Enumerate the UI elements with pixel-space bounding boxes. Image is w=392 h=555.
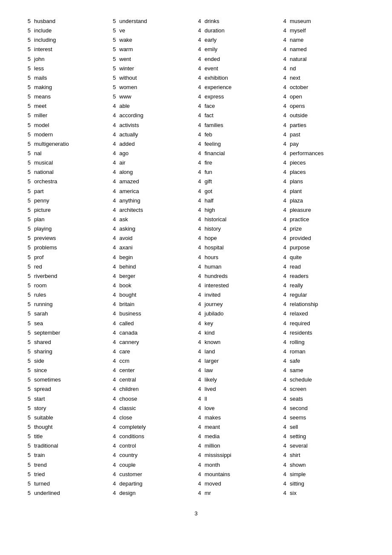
word-label: since: [34, 366, 47, 375]
word-count: 5: [26, 121, 31, 130]
word-count: 4: [111, 291, 116, 299]
list-item: 4conditions: [111, 432, 196, 441]
word-count: 4: [111, 206, 116, 214]
word-label: name: [290, 36, 304, 44]
word-count: 4: [111, 480, 116, 488]
word-label: opens: [290, 102, 305, 110]
list-item: 5shared: [26, 338, 111, 347]
word-label: history: [205, 225, 221, 233]
word-count: 4: [281, 451, 286, 460]
word-label: pleasure: [290, 206, 311, 214]
list-item: 4provided: [281, 234, 366, 243]
word-count: 4: [111, 347, 116, 356]
list-item: 4ll: [196, 395, 281, 403]
word-count: 4: [281, 338, 286, 347]
word-count: 4: [111, 442, 116, 450]
word-count: 4: [111, 404, 116, 413]
list-item: 5ve: [111, 26, 196, 35]
list-item: 5spread: [26, 385, 111, 393]
word-label: myself: [290, 26, 306, 35]
word-list-grid: 5husband5include5including5interest5john…: [26, 17, 366, 497]
list-item: 5september: [26, 329, 111, 337]
word-label: book: [119, 281, 131, 290]
word-count: 5: [111, 45, 116, 54]
word-label: relaxed: [290, 309, 308, 318]
word-count: 4: [281, 263, 286, 271]
word-count: 4: [196, 26, 201, 35]
word-count: 4: [196, 168, 201, 176]
page-wrapper: 5husband5include5including5interest5john…: [26, 17, 366, 517]
word-count: 4: [196, 404, 201, 413]
word-label: country: [119, 451, 138, 460]
word-label: amazed: [119, 177, 139, 186]
word-label: asking: [119, 225, 135, 233]
list-item: 5plan: [26, 215, 111, 224]
word-label: center: [119, 366, 135, 375]
list-item: 5underlined: [26, 489, 111, 497]
list-item: 4face: [196, 102, 281, 110]
word-count: 4: [281, 55, 286, 64]
word-count: 4: [281, 168, 286, 176]
word-count: 4: [196, 329, 201, 337]
word-label: departing: [119, 480, 142, 488]
word-label: required: [290, 319, 310, 328]
word-label: jubilado: [205, 309, 224, 318]
word-label: multigeneratio: [34, 140, 69, 148]
list-item: 4readers: [281, 272, 366, 280]
word-label: axani: [119, 243, 133, 252]
word-count: 4: [196, 366, 201, 375]
list-item: 4jubilado: [196, 309, 281, 318]
word-count: 4: [281, 36, 286, 44]
list-item: 4plans: [281, 177, 366, 186]
word-count: 4: [111, 243, 116, 252]
word-label: nal: [34, 149, 41, 158]
word-count: 5: [26, 423, 31, 431]
word-count: 5: [26, 74, 31, 82]
list-item: 4setting: [281, 432, 366, 441]
word-count: 4: [111, 281, 116, 290]
word-count: 5: [26, 300, 31, 309]
list-item: 5husband: [26, 17, 111, 26]
word-label: outside: [290, 111, 308, 120]
word-label: running: [34, 300, 52, 309]
word-count: 4: [196, 253, 201, 262]
list-item: 4plaza: [281, 197, 366, 205]
list-item: 4known: [196, 338, 281, 347]
word-count: 4: [281, 395, 286, 403]
list-item: 5women: [111, 83, 196, 92]
word-count: 4: [196, 130, 201, 139]
word-count: 5: [26, 45, 31, 54]
word-label: mountains: [205, 470, 230, 479]
list-item: 5means: [26, 92, 111, 101]
word-count: 4: [196, 480, 201, 488]
list-item: 4shown: [281, 461, 366, 469]
list-item: 4purpose: [281, 243, 366, 252]
word-label: turned: [34, 480, 50, 488]
word-count: 4: [281, 111, 286, 120]
word-label: penny: [34, 197, 49, 205]
list-item: 4mountains: [196, 470, 281, 479]
word-label: sell: [290, 423, 298, 431]
list-item: 4got: [196, 187, 281, 196]
list-item: 4design: [111, 489, 196, 497]
word-label: story: [34, 404, 46, 413]
word-count: 4: [111, 272, 116, 280]
list-item: 4name: [281, 36, 366, 44]
list-item: 4exhibition: [196, 74, 281, 82]
word-count: 4: [281, 234, 286, 243]
list-item: 5start: [26, 395, 111, 403]
word-label: prize: [290, 225, 302, 233]
word-count: 4: [281, 197, 286, 205]
word-count: 4: [196, 291, 201, 299]
word-count: 4: [196, 442, 201, 450]
word-count: 5: [26, 385, 31, 393]
word-label: less: [34, 64, 44, 73]
list-item: 4country: [111, 451, 196, 460]
list-item: 4schedule: [281, 376, 366, 384]
list-item: 4architects: [111, 206, 196, 214]
word-count: 4: [281, 17, 286, 26]
word-label: added: [119, 140, 135, 148]
word-label: design: [119, 489, 135, 497]
word-label: america: [119, 187, 139, 196]
word-count: 4: [196, 206, 201, 214]
